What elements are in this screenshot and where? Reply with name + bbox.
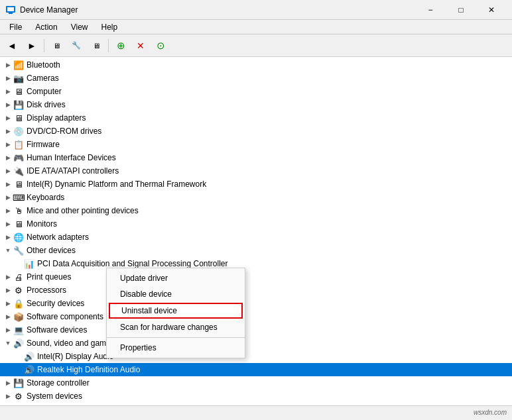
icon-other-devices: 🔧 xyxy=(13,245,24,256)
tree-item-ide[interactable]: 🔌IDE ATA/ATAPI controllers xyxy=(0,164,512,178)
tree-item-cameras[interactable]: 📷Cameras xyxy=(0,72,512,85)
icon-processors: ⚙ xyxy=(13,285,24,295)
tree-item-system-devices[interactable]: ⚙System devices xyxy=(0,390,512,403)
tree-item-print-queues[interactable]: 🖨Print queues xyxy=(0,270,512,284)
context-menu-item-scan-hardware[interactable]: Scan for hardware changes xyxy=(107,319,245,335)
menu-help[interactable]: Help xyxy=(95,21,125,33)
icon-pci-data: 📊 xyxy=(24,258,34,269)
label-keyboards: Keyboards xyxy=(27,193,64,202)
tree-item-intel-platform[interactable]: 🖥Intel(R) Dynamic Platform and Thermal F… xyxy=(0,178,512,191)
label-software-components: Software components xyxy=(27,312,103,321)
close-button[interactable]: ✕ xyxy=(476,0,507,20)
label-network: Network adapters xyxy=(27,233,89,242)
context-menu-item-properties[interactable]: Properties xyxy=(107,340,245,356)
maximize-button[interactable]: □ xyxy=(446,0,476,20)
toggle-intel-platform[interactable] xyxy=(3,179,13,189)
toggle-processors[interactable] xyxy=(3,285,13,295)
tree-item-software-components[interactable]: 📦Software components xyxy=(0,310,512,323)
tree-item-hid[interactable]: 🎮Human Interface Devices xyxy=(0,151,512,164)
update-button[interactable]: 🔧 xyxy=(67,37,86,54)
back-button[interactable]: ◄ xyxy=(3,37,21,54)
toggle-dvd-drives[interactable] xyxy=(3,126,13,136)
app-icon xyxy=(5,5,16,15)
context-menu-item-uninstall-device[interactable]: Uninstall device xyxy=(109,303,243,319)
toggle-mice[interactable] xyxy=(3,205,13,216)
menu-bar: File Action View Help xyxy=(0,20,512,34)
toolbar-separator-1 xyxy=(44,39,44,52)
tree-item-disk-drives[interactable]: 💾Disk drives xyxy=(0,98,512,111)
label-computer: Computer xyxy=(27,87,62,96)
label-intel-platform: Intel(R) Dynamic Platform and Thermal Fr… xyxy=(27,180,206,189)
tree-item-intel-display-audio[interactable]: 🔊Intel(R) Display Audio xyxy=(0,350,512,363)
label-display-adapters: Display adapters xyxy=(27,113,86,123)
toggle-computer[interactable] xyxy=(3,86,13,97)
tree-item-security-devices[interactable]: 🔒Security devices xyxy=(0,297,512,310)
tree-item-keyboards[interactable]: ⌨Keyboards xyxy=(0,191,512,204)
label-bluetooth: Bluetooth xyxy=(27,60,60,70)
tree-item-dvd-drives[interactable]: 💿DVD/CD-ROM drives xyxy=(0,125,512,138)
uninstall-button[interactable]: 🖥 xyxy=(87,37,105,54)
tree-item-pci-data[interactable]: 📊PCI Data Acquisition and Signal Process… xyxy=(0,257,512,270)
toggle-software-components[interactable] xyxy=(3,311,13,322)
tree-item-other-devices[interactable]: 🔧Other devices xyxy=(0,244,512,257)
toggle-software-devices[interactable] xyxy=(3,325,13,335)
label-software-devices: Software devices xyxy=(27,325,87,335)
tree-item-firmware[interactable]: 📋Firmware xyxy=(0,138,512,151)
menu-action[interactable]: Action xyxy=(29,21,64,33)
label-intel-display-audio: Intel(R) Display Audio xyxy=(37,352,113,361)
icon-cameras: 📷 xyxy=(13,73,24,83)
menu-file[interactable]: File xyxy=(3,21,29,33)
toggle-monitors[interactable] xyxy=(3,219,13,229)
tree-item-software-devices[interactable]: 💻Software devices xyxy=(0,323,512,337)
tree-item-computer[interactable]: 🖥Computer xyxy=(0,85,512,98)
add-button[interactable]: ⊙ xyxy=(151,37,170,54)
tree-item-storage-controller[interactable]: 💾Storage controller xyxy=(0,376,512,390)
label-firmware: Firmware xyxy=(27,140,60,149)
minimize-button[interactable]: − xyxy=(415,0,446,20)
context-menu-item-update-driver[interactable]: Update driver xyxy=(107,270,245,286)
label-dvd-drives: DVD/CD-ROM drives xyxy=(27,127,101,136)
menu-view[interactable]: View xyxy=(64,21,95,33)
toggle-security-devices[interactable] xyxy=(3,298,13,309)
toggle-network[interactable] xyxy=(3,232,13,242)
icon-hid: 🎮 xyxy=(13,152,24,163)
toggle-system-devices[interactable] xyxy=(3,391,13,401)
tree-item-network[interactable]: 🌐Network adapters xyxy=(0,231,512,244)
icon-security-devices: 🔒 xyxy=(13,298,24,309)
icon-dvd-drives: 💿 xyxy=(13,126,24,136)
tree-item-monitors[interactable]: 🖥Monitors xyxy=(0,217,512,231)
tree-item-mice[interactable]: 🖱Mice and other pointing devices xyxy=(0,204,512,217)
svg-rect-1 xyxy=(7,7,14,11)
forward-button[interactable]: ► xyxy=(23,37,41,54)
toggle-print-queues[interactable] xyxy=(3,272,13,282)
toggle-ide[interactable] xyxy=(3,166,13,176)
icon-realtek-audio: 🔊 xyxy=(24,364,34,375)
tree-item-processors[interactable]: ⚙Processors xyxy=(0,284,512,297)
scan-button[interactable]: ⊕ xyxy=(111,37,130,54)
label-ide: IDE ATA/ATAPI controllers xyxy=(27,166,119,176)
properties-button[interactable]: 🖥 xyxy=(47,37,66,54)
tree-item-bluetooth[interactable]: 📶Bluetooth xyxy=(0,58,512,72)
toggle-hid[interactable] xyxy=(3,152,13,163)
toggle-display-adapters[interactable] xyxy=(3,113,13,123)
icon-firmware: 📋 xyxy=(13,139,24,150)
toggle-firmware[interactable] xyxy=(3,139,13,150)
remove-button[interactable]: ✕ xyxy=(131,37,150,54)
tree-item-realtek-audio[interactable]: 🔊Realtek High Definition Audio xyxy=(0,363,512,376)
context-menu-separator xyxy=(107,337,245,338)
tree-item-display-adapters[interactable]: 🖥Display adapters xyxy=(0,111,512,125)
toggle-sound-video[interactable] xyxy=(3,338,13,348)
toggle-cameras[interactable] xyxy=(3,73,13,83)
toggle-disk-drives[interactable] xyxy=(3,99,13,110)
icon-network: 🌐 xyxy=(13,232,24,242)
toggle-bluetooth[interactable] xyxy=(3,60,13,70)
tree-item-sound-video[interactable]: 🔊Sound, video and game controllers xyxy=(0,337,512,350)
toggle-storage-controller[interactable] xyxy=(3,378,13,388)
device-tree[interactable]: 📶Bluetooth📷Cameras🖥Computer💾Disk drives🖥… xyxy=(0,57,512,405)
context-menu-item-disable-device[interactable]: Disable device xyxy=(107,286,245,302)
toolbar-separator-2 xyxy=(108,39,109,52)
icon-storage-controller: 💾 xyxy=(13,378,24,388)
label-cameras: Cameras xyxy=(27,74,59,83)
toggle-other-devices[interactable] xyxy=(3,245,13,256)
icon-ide: 🔌 xyxy=(13,166,24,176)
